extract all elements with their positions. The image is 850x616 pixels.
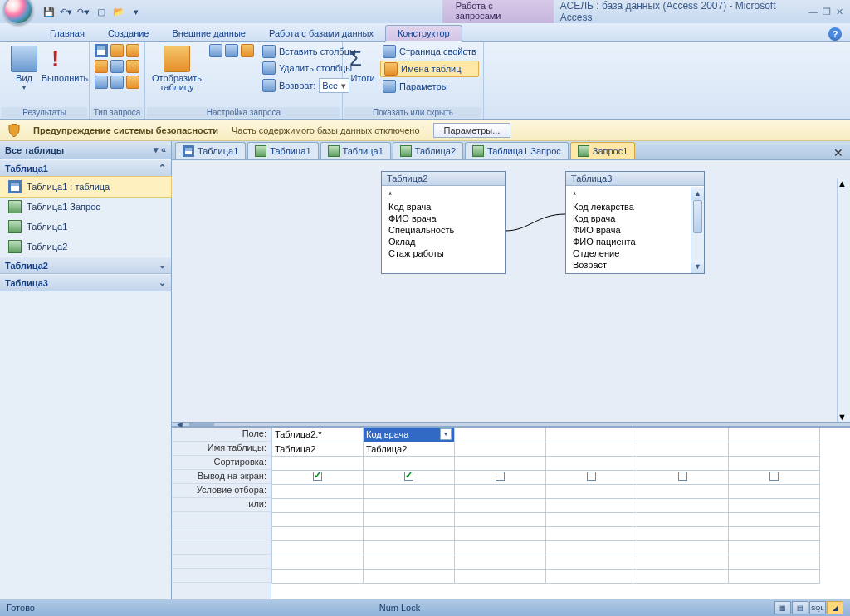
field-item[interactable]: Стаж работы xyxy=(388,247,498,259)
nav-item[interactable]: Таблица1 xyxy=(0,217,171,237)
checkbox[interactable] xyxy=(587,472,596,481)
table-names-button[interactable]: Имена таблиц xyxy=(380,61,479,77)
qbe-cell[interactable] xyxy=(455,484,546,498)
nav-item[interactable]: Таблица1 Запрос xyxy=(0,197,171,217)
field-item[interactable]: * xyxy=(388,189,498,201)
qbe-cell[interactable] xyxy=(546,428,638,442)
undo-icon[interactable]: ↶▾ xyxy=(59,4,74,19)
qbe-cell[interactable] xyxy=(272,470,364,484)
qbe-cell[interactable] xyxy=(546,470,638,484)
qbe-cell[interactable] xyxy=(455,498,546,512)
nav-item[interactable]: Таблица2 xyxy=(0,237,171,257)
field-item[interactable]: Отделение xyxy=(573,247,689,259)
delete-rows-icon[interactable] xyxy=(225,44,238,57)
splitter-handle[interactable] xyxy=(189,423,214,426)
parameters-button[interactable]: Параметры xyxy=(380,79,479,94)
minimize-icon[interactable]: — xyxy=(808,7,818,17)
nav-group-header[interactable]: Таблица2⌄ xyxy=(0,257,171,274)
document-tab[interactable]: Запрос1 xyxy=(570,142,636,159)
chevron-down-icon[interactable]: ▾ xyxy=(440,428,452,440)
view-button[interactable]: Вид ▼ xyxy=(5,44,43,92)
tab-create[interactable]: Создание xyxy=(96,26,161,41)
qbe-cell[interactable] xyxy=(638,456,729,470)
qbe-cell[interactable] xyxy=(729,498,820,512)
delete-query-icon[interactable] xyxy=(126,60,139,73)
make-table-icon[interactable] xyxy=(110,44,124,57)
checkbox[interactable] xyxy=(769,472,779,481)
data-definition-icon[interactable] xyxy=(126,76,139,89)
qbe-cell[interactable] xyxy=(364,456,455,470)
qbe-cell[interactable] xyxy=(364,498,455,512)
qbe-cell[interactable]: Код врача▾ xyxy=(364,428,455,442)
new-icon[interactable]: ▢ xyxy=(94,4,109,19)
nav-item[interactable]: Таблица1 : таблица xyxy=(0,176,172,198)
qbe-cell[interactable] xyxy=(272,484,364,498)
query-design-surface[interactable]: ▲ ▼ Таблица2*Код врачаФИО врачаСпециальн… xyxy=(172,159,850,422)
scroll-up-icon[interactable]: ▲ xyxy=(838,178,850,188)
redo-icon[interactable]: ↷▾ xyxy=(76,4,91,19)
qbe-cell[interactable] xyxy=(638,484,729,498)
vertical-scrollbar[interactable]: ▲ ▼ xyxy=(837,178,850,422)
tab-database-tools[interactable]: Работа с базами данных xyxy=(257,26,385,41)
restore-icon[interactable]: ❐ xyxy=(823,7,831,17)
field-item[interactable]: ФИО пациента xyxy=(573,236,689,247)
datasheet-view-icon[interactable]: ▦ xyxy=(774,601,791,614)
nav-header[interactable]: Все таблицы ▾« xyxy=(0,141,171,159)
field-item[interactable]: Возраст xyxy=(573,259,689,271)
document-tab[interactable]: Таблица1 xyxy=(175,142,246,159)
field-item[interactable]: Код лекарства xyxy=(573,201,689,213)
qbe-cell[interactable] xyxy=(546,456,638,470)
field-item[interactable]: ФИО врача xyxy=(388,213,498,224)
totals-button[interactable]: Σ Итоги xyxy=(348,44,378,85)
checkbox[interactable] xyxy=(404,472,413,481)
run-button[interactable]: ! Выполнить xyxy=(46,44,84,85)
insert-rows-icon[interactable] xyxy=(209,44,222,57)
qbe-cell[interactable] xyxy=(729,428,820,442)
qbe-cell[interactable] xyxy=(546,498,638,512)
qbe-cell[interactable] xyxy=(729,470,820,484)
field-item[interactable]: Специальность xyxy=(388,224,498,236)
qbe-cell[interactable] xyxy=(638,428,729,442)
qbe-cell[interactable]: Таблица2 xyxy=(364,442,455,456)
scrollbar[interactable]: ▲▼ xyxy=(691,187,704,273)
field-item[interactable]: ФИО врача xyxy=(573,224,689,236)
builder-icon[interactable] xyxy=(241,44,254,57)
qbe-cell[interactable] xyxy=(546,442,638,456)
document-tab[interactable]: Таблица2 xyxy=(393,142,463,159)
sql-view-icon[interactable]: SQL xyxy=(809,601,826,614)
crosstab-icon[interactable] xyxy=(110,60,124,73)
qbe-cell[interactable]: Таблица2.* xyxy=(272,428,364,442)
field-item[interactable]: * xyxy=(573,189,689,201)
design-view-icon[interactable]: ◢ xyxy=(827,601,843,614)
qbe-cell[interactable] xyxy=(729,456,820,470)
save-icon[interactable]: 💾 xyxy=(42,4,56,19)
table-field-list[interactable]: Таблица2*Код врачаФИО врачаСпециальность… xyxy=(381,171,506,274)
qbe-cell[interactable] xyxy=(729,484,820,498)
qbe-cell[interactable] xyxy=(455,442,546,456)
checkbox[interactable] xyxy=(496,472,505,481)
close-tab-icon[interactable]: ✕ xyxy=(827,146,850,159)
property-sheet-button[interactable]: Страница свойств xyxy=(380,44,479,59)
qbe-cell[interactable] xyxy=(546,484,638,498)
qbe-cell[interactable] xyxy=(364,470,455,484)
qbe-cell[interactable] xyxy=(729,442,820,456)
document-tab[interactable]: Таблица1 xyxy=(247,142,318,159)
tab-home[interactable]: Главная xyxy=(38,26,96,41)
update-icon[interactable] xyxy=(95,60,108,73)
pivot-view-icon[interactable]: ▤ xyxy=(792,601,808,614)
select-query-icon[interactable] xyxy=(95,44,108,57)
append-icon[interactable] xyxy=(126,44,139,57)
office-button[interactable] xyxy=(3,0,33,25)
qbe-cell[interactable] xyxy=(364,484,455,498)
open-icon[interactable]: 📂 xyxy=(111,4,126,19)
close-icon[interactable]: ✕ xyxy=(836,7,843,17)
collapse-pane-icon[interactable]: « xyxy=(161,144,166,155)
nav-group-header[interactable]: Таблица1⌃ xyxy=(0,159,171,177)
table-field-list[interactable]: Таблица3*Код лекарстваКод врачаФИО врача… xyxy=(565,171,705,274)
document-tab[interactable]: Таблица1 xyxy=(320,142,391,159)
qbe-cell[interactable] xyxy=(272,498,364,512)
chevron-down-icon[interactable]: ▾ xyxy=(154,144,159,155)
qat-customize-icon[interactable]: ▾ xyxy=(129,4,144,19)
show-table-button[interactable]: Отобразить таблицу xyxy=(150,44,203,94)
union-icon[interactable] xyxy=(95,76,108,89)
